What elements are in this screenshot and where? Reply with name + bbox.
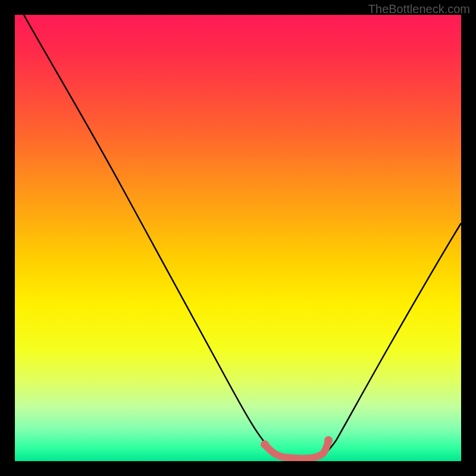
- curve-svg: [15, 15, 461, 461]
- plot-area: [15, 15, 461, 461]
- chart-container: TheBottleneck.com: [0, 0, 476, 476]
- watermark-text: TheBottleneck.com: [368, 2, 470, 16]
- optimal-zone-highlight: [265, 440, 328, 458]
- optimal-end-dot: [324, 436, 333, 444]
- bottleneck-curve-path: [24, 15, 461, 458]
- optimal-start-dot: [261, 440, 269, 449]
